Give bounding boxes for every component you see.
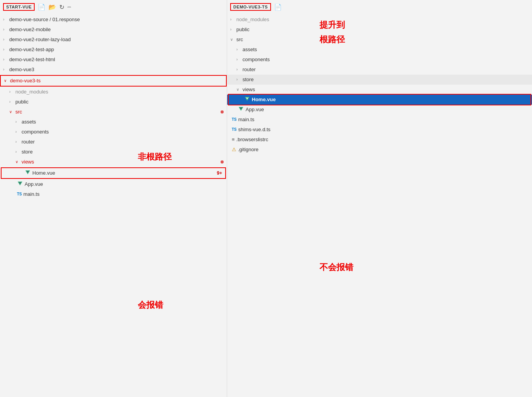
item-label: demo-vue2-router-lazy-load bbox=[9, 35, 71, 44]
item-label: shims-vue.d.ts bbox=[238, 125, 271, 134]
ts-icon: TS bbox=[232, 125, 237, 134]
home-vue-right-container: Home.vue bbox=[227, 95, 532, 105]
vue-icon bbox=[17, 182, 23, 187]
tree-item-browserslistrc[interactable]: ≡ .browserslistrc bbox=[227, 135, 532, 145]
tree-item-src[interactable]: ∨ src bbox=[0, 107, 227, 117]
item-label: src bbox=[236, 35, 243, 44]
tree-item-router[interactable]: › router bbox=[227, 65, 532, 75]
arrow-icon: › bbox=[236, 75, 243, 84]
item-label: demo-vue2-test-app bbox=[9, 45, 54, 54]
tree-item-gitignore[interactable]: ⚠ .gitignore bbox=[227, 145, 532, 155]
left-panel: START-VUE 📄 📂 ↻ ⎓ › demo-vue-source / 01… bbox=[0, 0, 227, 397]
badge-count: 9+ bbox=[217, 169, 225, 177]
item-label: demo-vue-source / 01.response bbox=[9, 15, 80, 24]
tree-item-views[interactable]: ∨ views bbox=[0, 157, 227, 167]
ts-icon: TS bbox=[232, 115, 237, 124]
arrow-icon: › bbox=[230, 25, 236, 34]
right-toolbar: DEMO-VUE3-TS 📄 bbox=[227, 0, 532, 14]
item-label: views bbox=[243, 85, 255, 94]
arrow-icon: ∨ bbox=[230, 35, 236, 44]
new-folder-icon[interactable]: 📂 bbox=[49, 3, 56, 11]
item-label: node_modules bbox=[236, 15, 269, 24]
tree-item-src[interactable]: ∨ src bbox=[227, 35, 532, 45]
item-label: demo-vue2-mobile bbox=[9, 25, 51, 34]
tree-item[interactable]: › demo-vue2-test-html bbox=[0, 55, 227, 65]
arrow-icon: › bbox=[230, 15, 236, 24]
tree-item-store[interactable]: › store bbox=[227, 75, 532, 85]
tree-item[interactable]: › demo-vue-source / 01.response bbox=[0, 15, 227, 25]
arrow-icon: › bbox=[3, 55, 9, 64]
tree-item[interactable]: › assets bbox=[0, 117, 227, 127]
item-label: demo-vue2-test-html bbox=[9, 55, 55, 64]
refresh-icon[interactable]: ↻ bbox=[59, 3, 64, 11]
tree-item-home-vue-selected[interactable]: Home.vue bbox=[227, 95, 532, 105]
tree-item[interactable]: › public bbox=[0, 97, 227, 107]
tree-item[interactable]: › assets bbox=[227, 45, 532, 55]
arrow-icon: ∨ bbox=[9, 108, 15, 116]
new-file-icon[interactable]: 📄 bbox=[274, 3, 282, 11]
tree-item[interactable]: › node_modules bbox=[0, 87, 227, 97]
arrow-icon: ∨ bbox=[236, 85, 243, 94]
tree-item-views[interactable]: ∨ views bbox=[227, 85, 532, 95]
tree-item[interactable]: › node_modules bbox=[227, 15, 532, 25]
item-label: views bbox=[22, 158, 34, 166]
item-label: public bbox=[15, 98, 28, 106]
arrow-icon: › bbox=[236, 55, 243, 64]
arrow-icon: ∨ bbox=[4, 77, 10, 85]
item-label: Home.vue bbox=[32, 169, 55, 177]
item-label: demo-vue3 bbox=[9, 65, 34, 74]
tree-item[interactable]: › components bbox=[0, 127, 227, 137]
item-label: store bbox=[243, 75, 254, 84]
arrow-icon: › bbox=[15, 138, 22, 146]
arrow-icon: › bbox=[3, 15, 9, 24]
arrow-icon: › bbox=[3, 25, 9, 34]
item-label: Home.vue bbox=[252, 95, 276, 104]
collapse-icon[interactable]: ⎓ bbox=[67, 3, 71, 10]
arrow-icon: › bbox=[9, 98, 15, 106]
ts-icon: TS bbox=[17, 190, 22, 198]
modified-dot bbox=[221, 110, 224, 113]
item-label: router bbox=[22, 138, 35, 146]
left-workspace-title: START-VUE bbox=[3, 3, 35, 11]
new-file-icon[interactable]: 📄 bbox=[38, 3, 45, 11]
tree-item[interactable]: › demo-vue2-test-app bbox=[0, 45, 227, 55]
tree-item-demo-vue3-ts[interactable]: ∨ demo-vue3-ts bbox=[0, 75, 227, 87]
right-file-tree: › node_modules › public ∨ src › assets ›… bbox=[227, 14, 532, 397]
item-label: components bbox=[243, 55, 270, 64]
item-label: assets bbox=[22, 118, 36, 126]
vue-icon bbox=[244, 97, 250, 102]
tree-item[interactable]: › demo-vue2-mobile bbox=[0, 25, 227, 35]
item-label: node_modules bbox=[15, 88, 48, 96]
left-file-tree: › demo-vue-source / 01.response › demo-v… bbox=[0, 14, 227, 397]
left-toolbar: START-VUE 📄 📂 ↻ ⎓ bbox=[0, 0, 227, 14]
item-label: src bbox=[15, 108, 22, 116]
tree-item[interactable]: › demo-vue3 bbox=[0, 65, 227, 75]
tree-item[interactable]: › components bbox=[227, 55, 532, 65]
arrow-icon: › bbox=[3, 45, 9, 54]
tree-item[interactable]: › public bbox=[227, 25, 532, 35]
item-label: store bbox=[22, 148, 33, 156]
item-label: App.vue bbox=[246, 105, 264, 114]
item-label: main.ts bbox=[23, 190, 40, 198]
vue-icon bbox=[25, 170, 31, 176]
demo-vue3-ts-container: ∨ demo-vue3-ts bbox=[0, 75, 227, 87]
tree-item-main-ts[interactable]: TS main.ts bbox=[0, 189, 227, 199]
tree-item-home-vue[interactable]: Home.vue 9+ bbox=[1, 167, 226, 179]
item-label: .gitignore bbox=[238, 145, 258, 154]
tree-item-main-ts[interactable]: TS main.ts bbox=[227, 115, 532, 125]
arrow-icon: › bbox=[9, 88, 15, 96]
tree-item-router[interactable]: › router bbox=[0, 137, 227, 147]
warning-icon: ⚠ bbox=[232, 145, 236, 154]
arrow-icon: › bbox=[236, 65, 243, 74]
item-label: router bbox=[243, 65, 256, 74]
arrow-icon: › bbox=[15, 118, 22, 126]
tree-item-app-vue[interactable]: App.vue bbox=[0, 179, 227, 189]
tree-item-shims[interactable]: TS shims-vue.d.ts bbox=[227, 125, 532, 135]
vue-icon bbox=[238, 107, 244, 112]
tree-item-app-vue[interactable]: App.vue bbox=[227, 105, 532, 115]
tree-item-store[interactable]: › store bbox=[0, 147, 227, 157]
tree-item[interactable]: › demo-vue2-router-lazy-load bbox=[0, 35, 227, 45]
item-label: public bbox=[236, 25, 249, 34]
arrow-icon: ∨ bbox=[15, 158, 22, 166]
item-label: demo-vue3-ts bbox=[10, 77, 40, 85]
